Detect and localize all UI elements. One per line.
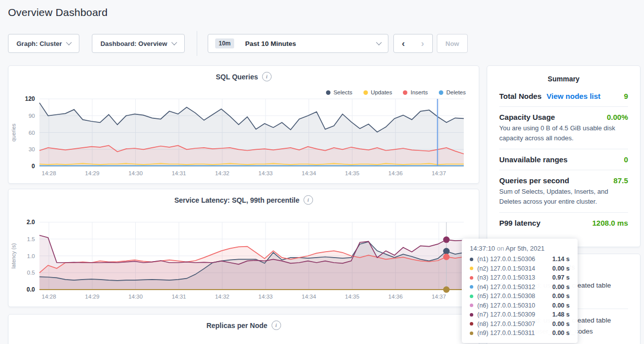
- series-dot: [470, 322, 473, 326]
- svg-text:14:31: 14:31: [172, 170, 186, 176]
- chevron-down-icon: [376, 39, 381, 45]
- tooltip-node-row: (n6) 127.0.0.1:503100.00 s: [470, 301, 570, 311]
- svg-text:14:29: 14:29: [85, 170, 99, 176]
- svg-text:14:35: 14:35: [345, 170, 359, 176]
- series-dot: [403, 90, 407, 95]
- series-dot: [470, 332, 473, 335]
- summary-panel: Summary Total Nodes View nodes list 9 Ca…: [487, 65, 641, 247]
- view-nodes-list-link[interactable]: View nodes list: [547, 92, 601, 100]
- tooltip-node-label: (n5) 127.0.0.1:50308: [477, 293, 535, 300]
- svg-text:14:34: 14:34: [302, 170, 316, 176]
- total-nodes-label: Total Nodes: [499, 92, 542, 100]
- service-latency-chart[interactable]: 14:2814:2914:3014:3114:3214:3314:3414:35…: [8, 218, 479, 306]
- tooltip-node-value: 0.00 s: [552, 321, 570, 328]
- tooltip-node-value: 1.14 s: [552, 256, 570, 263]
- svg-text:60: 60: [28, 130, 35, 136]
- time-range-prev-button[interactable]: ‹: [393, 34, 413, 53]
- tooltip-node-row: (n8) 127.0.0.1:503070.00 s: [470, 320, 570, 329]
- tooltip-node-row: (n5) 127.0.0.1:503080.00 s: [470, 292, 570, 301]
- series-dot: [470, 258, 473, 261]
- time-range-dropdown[interactable]: 10m Past 10 Minutes: [208, 34, 388, 53]
- info-icon[interactable]: i: [262, 72, 272, 81]
- tooltip-node-label: (n4) 127.0.0.1:50312: [477, 284, 535, 291]
- tooltip-node-value: 0.00 s: [552, 330, 570, 337]
- chevron-left-icon: ‹: [402, 38, 405, 49]
- graph-selector-label: Graph: Cluster: [16, 40, 62, 47]
- tooltip-node-value: 1.48 s: [552, 311, 570, 318]
- page-title: Overview Dashboard: [8, 6, 108, 18]
- tooltip-node-label: (n1) 127.0.0.1:50306: [477, 256, 535, 263]
- svg-text:14:28: 14:28: [42, 170, 56, 176]
- capacity-usage-description: You are using 0 B of 4.5 GiB usable disk…: [499, 123, 628, 143]
- series-dot: [470, 285, 473, 289]
- time-range-label: Past 10 Minutes: [245, 40, 296, 47]
- tooltip-node-label: (n6) 127.0.0.1:50310: [477, 302, 535, 309]
- svg-text:14:37: 14:37: [432, 170, 446, 176]
- svg-text:14:32: 14:32: [215, 294, 230, 300]
- summary-row-queries-per-second: Queries per second 87.5 Sum of Selects, …: [499, 170, 628, 213]
- tooltip-node-row: (n4) 127.0.0.1:503120.00 s: [470, 283, 570, 292]
- sql-queries-panel: SQL Queries i Selects Updates Inserts De…: [8, 65, 479, 184]
- chart-hover-tooltip: 14:37:10 on Apr 5th, 2021 (n1) 127.0.0.1…: [462, 239, 578, 343]
- svg-text:120: 120: [25, 95, 35, 102]
- svg-text:0.0: 0.0: [26, 286, 35, 293]
- svg-text:14:37: 14:37: [432, 294, 446, 300]
- svg-text:14:30: 14:30: [128, 294, 143, 300]
- chevron-right-icon: ›: [421, 38, 424, 49]
- p99-latency-label: P99 latency: [499, 219, 541, 227]
- chevron-down-icon: [171, 39, 177, 45]
- series-dot: [470, 304, 473, 307]
- time-range-next-button[interactable]: ›: [413, 34, 433, 53]
- svg-text:14:28: 14:28: [42, 294, 56, 300]
- tooltip-node-label: (n7) 127.0.0.1:50309: [477, 311, 535, 318]
- tooltip-node-row: (n1) 127.0.0.1:503061.14 s: [470, 255, 570, 264]
- service-latency-panel: Service Latency: SQL, 99th percentile i …: [8, 189, 479, 307]
- svg-text:14:34: 14:34: [302, 294, 316, 300]
- svg-text:2.0: 2.0: [26, 219, 35, 226]
- tooltip-node-row: (n2) 127.0.0.1:503140.00 s: [470, 264, 570, 274]
- graph-selector-dropdown[interactable]: Graph: Cluster: [8, 34, 79, 53]
- svg-text:14:36: 14:36: [388, 170, 403, 176]
- svg-text:1.0: 1.0: [27, 253, 35, 259]
- svg-text:14:30: 14:30: [128, 170, 143, 176]
- svg-text:latency (s): latency (s): [10, 243, 16, 269]
- sql-queries-chart[interactable]: 14:2814:2914:3014:3114:3214:3314:3414:35…: [8, 95, 479, 182]
- tooltip-node-row: (n7) 127.0.0.1:503091.48 s: [470, 310, 570, 320]
- series-dot: [439, 90, 443, 95]
- tooltip-timestamp: 14:37:10 on Apr 5th, 2021: [470, 245, 570, 252]
- dashboard-selector-label: Dashboard: Overview: [100, 40, 167, 47]
- queries-per-second-value: 87.5: [614, 176, 628, 185]
- summary-row-total-nodes: Total Nodes View nodes list 9: [499, 86, 628, 107]
- series-dot: [363, 90, 368, 95]
- total-nodes-value: 9: [624, 92, 628, 100]
- tooltip-node-value: 0.00 s: [552, 284, 570, 291]
- replicas-per-node-title: Replicas per Node i: [8, 321, 479, 330]
- svg-text:14:31: 14:31: [172, 294, 186, 300]
- toolbar-divider: [197, 31, 197, 56]
- tooltip-node-label: (n2) 127.0.0.1:50314: [477, 265, 535, 272]
- tooltip-node-row: (n3) 127.0.0.1:503130.97 s: [470, 273, 570, 283]
- info-icon[interactable]: i: [304, 195, 313, 205]
- dashboard-selector-dropdown[interactable]: Dashboard: Overview: [92, 34, 185, 53]
- svg-text:14:29: 14:29: [85, 294, 99, 300]
- tooltip-node-row: (n9) 127.0.0.1:503110.00 s: [470, 329, 570, 338]
- tooltip-node-value: 0.00 s: [552, 302, 570, 309]
- summary-row-unavailable-ranges: Unavailable ranges 0: [499, 149, 628, 170]
- svg-text:14:33: 14:33: [258, 170, 273, 176]
- service-latency-title: Service Latency: SQL, 99th percentile i: [8, 195, 479, 205]
- svg-text:queries: queries: [10, 123, 16, 142]
- summary-row-capacity-usage: Capacity Usage 0.00% You are using 0 B o…: [499, 107, 628, 149]
- svg-text:0.5: 0.5: [27, 270, 35, 276]
- capacity-usage-value: 0.00%: [607, 113, 628, 121]
- queries-per-second-label: Queries per second: [499, 176, 569, 185]
- tooltip-node-label: (n8) 127.0.0.1:50307: [477, 321, 535, 328]
- svg-text:14:32: 14:32: [215, 170, 230, 176]
- svg-text:14:36: 14:36: [388, 294, 403, 300]
- series-dot: [470, 276, 473, 280]
- summary-title: Summary: [487, 66, 640, 86]
- chevron-down-icon: [66, 39, 71, 45]
- unavailable-ranges-value: 0: [624, 155, 628, 164]
- info-icon[interactable]: i: [272, 321, 281, 330]
- now-button[interactable]: Now: [437, 34, 468, 53]
- svg-text:1.5: 1.5: [27, 236, 35, 242]
